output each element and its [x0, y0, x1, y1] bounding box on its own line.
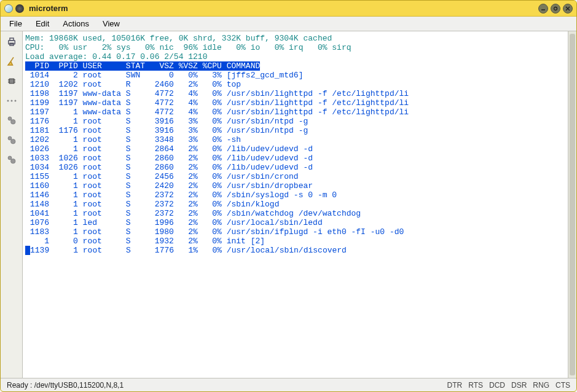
svg-point-23: [10, 159, 15, 164]
svg-point-20: [8, 136, 12, 140]
menu-edit[interactable]: Edit: [29, 18, 55, 29]
titlebar[interactable]: microterm: [1, 1, 576, 17]
cpu-line: CPU: 0% usr 2% sys 0% nic 96% idle 0% io…: [25, 43, 351, 52]
svg-line-7: [10, 57, 14, 61]
indicator-rts: RTS: [468, 381, 483, 390]
indicator-dcd: DCD: [489, 381, 505, 390]
broom-icon[interactable]: [5, 55, 18, 68]
svg-rect-5: [10, 38, 14, 41]
indicator-rng: RNG: [533, 381, 549, 390]
svg-point-15: [7, 100, 9, 102]
svg-point-16: [10, 100, 12, 102]
process-row: 1146 1 root S 2372 2% 0% /sbin/syslogd -…: [25, 190, 337, 200]
process-row: 1076 1 led S 1996 2% 0% /usr/local/sbin/…: [25, 218, 323, 227]
menu-actions[interactable]: Actions: [57, 18, 95, 29]
process-row: 1183 1 root S 1980 2% 0% /usr/sbin/ifplu…: [25, 227, 404, 237]
process-row: 1139 1 root S 1776 1% 0% /usr/local/sbin…: [30, 246, 347, 255]
minimize-button[interactable]: [538, 4, 548, 14]
process-row: 1210 1202 root R 2460 2% 0% top: [25, 80, 241, 89]
left-toolbar: [1, 31, 23, 378]
maximize-button[interactable]: [551, 4, 560, 14]
menu-view[interactable]: View: [96, 18, 126, 29]
process-row: 1197 1 www-data S 4772 4% 0% /usr/sbin/l…: [25, 108, 409, 117]
terminal-output[interactable]: Mem: 19868K used, 105016K free, 0K shrd,…: [23, 31, 568, 378]
indicator-dsr: DSR: [511, 381, 527, 390]
svg-rect-8: [9, 79, 14, 84]
process-row: 1155 1 root S 2456 2% 0% /usr/sbin/crond: [25, 172, 299, 181]
statusbar: Ready : /dev/ttyUSB0,115200,N,8,1 DTR RT…: [1, 378, 576, 391]
process-row: 1181 1176 root S 3916 3% 0% /usr/sbin/nt…: [25, 126, 308, 135]
vertical-scrollbar[interactable]: [568, 31, 576, 378]
app-icon-1: [4, 4, 13, 13]
process-row: 1014 2 root SWN 0 0% 3% [jffs2_gcd_mtd6]: [25, 71, 303, 80]
svg-point-17: [14, 100, 16, 102]
titlebar-app-icons: [4, 4, 24, 13]
menu-file[interactable]: File: [3, 18, 28, 29]
column-header: PID PPID USER STAT VSZ %VSZ %CPU COMMAND: [25, 61, 260, 71]
terminal-wrap: Mem: 19868K used, 105016K free, 0K shrd,…: [23, 31, 576, 378]
printer-icon[interactable]: [5, 35, 18, 49]
window-title: microterm: [29, 4, 68, 13]
gears3-icon[interactable]: [5, 153, 18, 167]
svg-point-18: [8, 117, 12, 120]
process-row: 1041 1 root S 2372 2% 0% /sbin/watchdog …: [25, 209, 361, 218]
process-row: 1202 1 root S 3348 3% 0% -sh: [25, 135, 241, 144]
svg-point-19: [10, 120, 15, 125]
process-row: 1160 1 root S 2420 2% 0% /usr/sbin/dropb…: [25, 181, 313, 190]
process-row: 1148 1 root S 2372 2% 0% /sbin/klogd: [25, 200, 279, 209]
svg-point-22: [8, 156, 12, 160]
scrollbar-thumb[interactable]: [570, 34, 575, 375]
menubar: File Edit Actions View: [1, 17, 576, 31]
main-area: Mem: 19868K used, 105016K free, 0K shrd,…: [1, 31, 576, 378]
gears2-icon[interactable]: [5, 133, 18, 147]
app-icon-2: [15, 4, 24, 13]
svg-point-1: [554, 7, 557, 10]
process-row: 1026 1 root S 2864 2% 0% /lib/udev/udevd…: [25, 144, 313, 154]
indicator-cts: CTS: [555, 381, 570, 390]
load-line: Load average: 0.44 0.17 0.06 2/54 1210: [25, 52, 207, 61]
indicator-dtr: DTR: [447, 381, 463, 390]
gears1-icon[interactable]: [5, 114, 18, 127]
status-left: Ready : /dev/ttyUSB0,115200,N,8,1: [7, 381, 124, 390]
process-row: 1033 1026 root S 2860 2% 0% /lib/udev/ud…: [25, 154, 313, 163]
close-button[interactable]: [563, 4, 573, 14]
chip-icon[interactable]: [5, 74, 18, 88]
process-row: 1 0 root S 1932 2% 0% init [2]: [25, 237, 265, 246]
svg-point-21: [10, 139, 15, 144]
process-row: 1199 1197 www-data S 4772 4% 0% /usr/sbi…: [25, 98, 409, 108]
process-row: 1034 1026 root S 2860 2% 0% /lib/udev/ud…: [25, 163, 313, 172]
process-row: 1176 1 root S 3916 3% 0% /usr/sbin/ntpd …: [25, 117, 308, 126]
app-window: microterm File Edit Actions View Mem: 19…: [0, 0, 577, 392]
process-row: 1198 1197 www-data S 4772 4% 0% /usr/sbi…: [25, 89, 409, 98]
dots-icon[interactable]: [5, 94, 18, 108]
cursor: [25, 246, 30, 255]
mem-line: Mem: 19868K used, 105016K free, 0K shrd,…: [25, 34, 332, 43]
